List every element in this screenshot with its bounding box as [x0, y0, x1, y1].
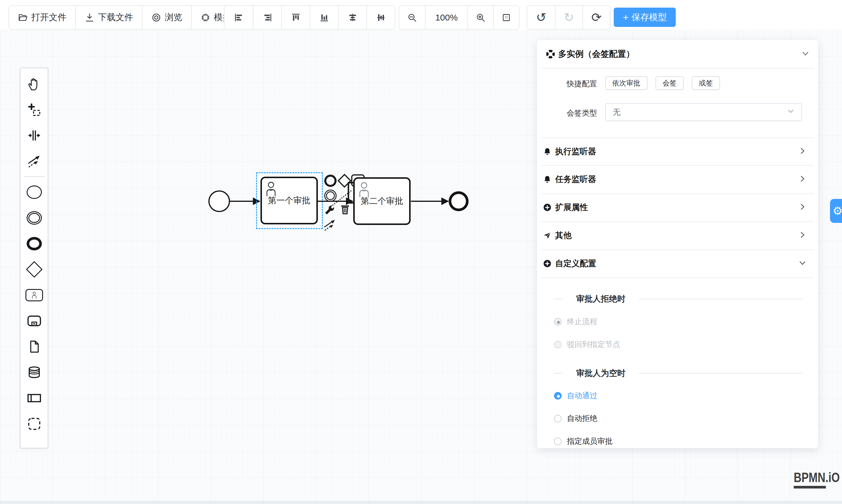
chevron-down-icon	[787, 108, 794, 117]
gateway-icon	[26, 261, 42, 278]
radio-terminate-process[interactable]: 终止流程	[554, 317, 597, 327]
radio-reject-to-node[interactable]: 驳回到指定节点	[554, 339, 620, 349]
create-participant[interactable]	[22, 385, 47, 411]
start-event-shape[interactable]	[208, 191, 230, 212]
task-first-approval[interactable]: 第一个审批	[261, 177, 318, 224]
radio-icon	[554, 415, 562, 422]
section-custom-config[interactable]: 自定义配置	[543, 250, 812, 277]
align-right-button[interactable]	[253, 6, 281, 29]
chevron-right-icon	[799, 203, 806, 212]
chevron-right-icon	[799, 147, 806, 156]
undo-button[interactable]: ↺	[527, 6, 555, 29]
space-tool[interactable]	[22, 123, 47, 148]
create-user-task[interactable]	[22, 282, 47, 308]
align-bottom-icon	[319, 13, 329, 22]
chip-icon	[200, 13, 210, 22]
section-task-listener[interactable]: 任务监听器	[543, 165, 812, 193]
create-gateway[interactable]	[22, 256, 47, 282]
radio-auto-reject[interactable]: 自动拒绝	[554, 413, 597, 424]
radio-assign-member[interactable]: 指定成员审批	[554, 436, 613, 446]
download-file-button[interactable]: 下载文件	[75, 6, 142, 29]
global-connect-tool[interactable]	[22, 148, 47, 174]
sequence-flow-1[interactable]	[230, 201, 254, 202]
align-center-vertical-icon	[376, 13, 386, 22]
section-extended-properties[interactable]: 扩展属性	[543, 193, 812, 221]
append-end-event-button[interactable]	[324, 175, 337, 187]
settings-wrench-button[interactable]	[324, 204, 335, 216]
zoom-in-button[interactable]	[468, 6, 493, 29]
quick-option-countersign-button[interactable]: 会签	[655, 76, 684, 90]
bottom-bar	[0, 501, 842, 504]
settings-tab[interactable]: ⚙	[830, 199, 842, 223]
create-end-event[interactable]	[22, 231, 47, 256]
palette-separator	[24, 176, 45, 177]
create-data-object[interactable]	[22, 334, 47, 360]
properties-panel: 多实例（会签配置） 快捷配置 依次审批 会签 或签 会签类型 无 执行监听器 任…	[537, 40, 818, 448]
pool-icon	[27, 391, 42, 406]
sign-type-select[interactable]: 无	[605, 103, 802, 121]
file-icon	[27, 340, 41, 354]
create-group[interactable]	[22, 411, 47, 437]
group-icon	[27, 416, 41, 431]
sequence-flow-3[interactable]	[411, 201, 442, 202]
hand-icon	[27, 77, 41, 91]
align-toolbar-group	[224, 5, 396, 30]
radio-icon	[554, 392, 562, 400]
create-start-event[interactable]	[22, 179, 47, 205]
download-icon	[85, 13, 94, 22]
connect-button[interactable]	[323, 218, 337, 232]
zoom-toolbar-group: 100%	[399, 5, 520, 30]
radio-label: 自动拒绝	[567, 413, 597, 424]
preview-button[interactable]: 浏览	[142, 6, 191, 29]
collapse-section-button[interactable]	[802, 50, 809, 58]
create-intermediate-event[interactable]	[22, 205, 47, 231]
plus-circle-icon	[543, 259, 552, 268]
user-task-icon	[265, 180, 277, 199]
zoom-out-icon	[407, 13, 417, 22]
section-label: 执行监听器	[555, 146, 596, 157]
end-event-icon	[27, 237, 42, 250]
section-execution-listener[interactable]: 执行监听器	[543, 138, 812, 165]
align-top-button[interactable]	[281, 6, 310, 29]
refresh-icon: ⟳	[591, 12, 601, 24]
radio-label: 自动通过	[567, 391, 597, 401]
chevron-right-icon	[799, 231, 806, 240]
align-bottom-button[interactable]	[310, 6, 338, 29]
align-center-horizontal-button[interactable]	[338, 6, 366, 29]
append-intermediate-event-button[interactable]	[324, 190, 337, 202]
radio-auto-pass[interactable]: 自动通过	[554, 391, 597, 401]
hand-tool[interactable]	[22, 71, 47, 97]
lasso-tool[interactable]	[22, 97, 47, 123]
radio-icon	[554, 318, 562, 326]
align-left-button[interactable]	[225, 6, 253, 29]
create-data-store[interactable]	[22, 360, 47, 385]
undo-icon: ↺	[536, 12, 546, 24]
open-file-button[interactable]: 打开文件	[9, 6, 75, 29]
history-toolbar-group: ↺ ↻ ⟳	[527, 5, 611, 30]
reject-title: 审批人拒绝时	[576, 293, 626, 305]
section-other[interactable]: 其他	[543, 221, 812, 249]
bpmn-logo[interactable]: BPMN.iO	[794, 469, 829, 488]
empty-title-divider: 审批人为空时	[554, 368, 803, 379]
end-event-shape[interactable]	[449, 191, 469, 211]
radio-icon	[554, 341, 562, 348]
file-toolbar-group: 打开文件 下载文件 浏览 模拟	[8, 5, 241, 30]
task-second-approval[interactable]: 第二个审批	[353, 177, 410, 225]
create-subprocess[interactable]	[22, 308, 47, 334]
fit-viewport-button[interactable]	[493, 6, 519, 29]
align-right-icon	[263, 13, 273, 22]
preview-label: 浏览	[165, 12, 182, 23]
save-model-button[interactable]: + 保存模型	[614, 7, 676, 27]
sign-type-label: 会签类型	[565, 108, 597, 118]
space-tool-icon	[27, 128, 41, 143]
reset-diagram-button[interactable]: ⟳	[582, 6, 610, 29]
bell-icon	[543, 175, 552, 184]
quick-option-sequential-button[interactable]: 依次审批	[605, 76, 647, 90]
redo-button[interactable]: ↻	[555, 6, 582, 29]
quick-option-orsign-button[interactable]: 或签	[692, 76, 720, 90]
delete-button[interactable]	[339, 203, 351, 215]
chevron-down-icon	[799, 259, 806, 268]
align-center-vertical-button[interactable]	[366, 6, 395, 29]
subprocess-icon	[27, 313, 42, 328]
zoom-out-button[interactable]	[399, 6, 425, 29]
